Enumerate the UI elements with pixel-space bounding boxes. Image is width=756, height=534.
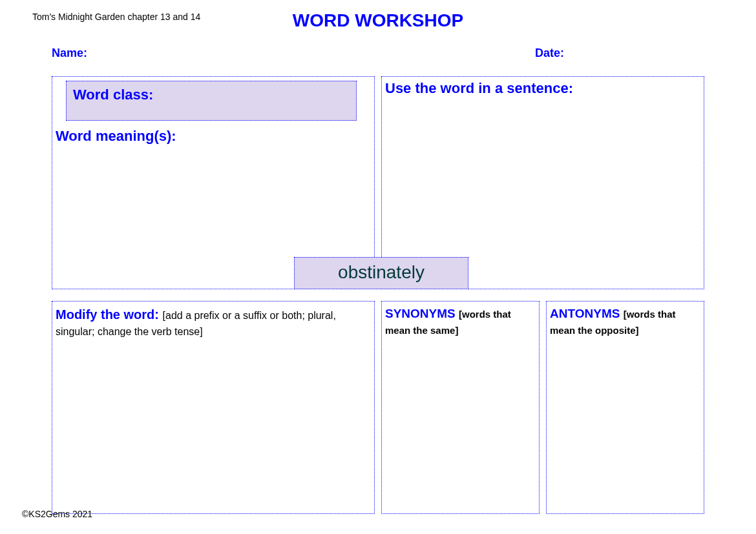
word-class-box: Word class: [66,81,357,121]
modify-label: Modify the word: [add a prefix or a suff… [56,305,372,340]
sentence-label: Use the word in a sentence: [385,80,573,97]
word-class-label: Word class: [73,87,153,103]
synonyms-label: SYNONYMS [words that mean the same] [385,305,537,338]
center-word: obstinately [294,257,468,289]
word-meaning-label: Word meaning(s): [56,128,176,145]
date-label: Date: [535,46,564,60]
antonyms-label: ANTONYMS [words that mean the opposite] [550,305,702,338]
synonyms-lead: SYNONYMS [385,307,459,320]
name-label: Name: [52,46,87,60]
copyright: ©KS2Gems 2021 [22,509,92,519]
page-title: WORD WORKSHOP [0,10,756,31]
antonyms-lead: ANTONYMS [550,307,624,320]
modify-lead: Modify the word: [56,307,163,322]
